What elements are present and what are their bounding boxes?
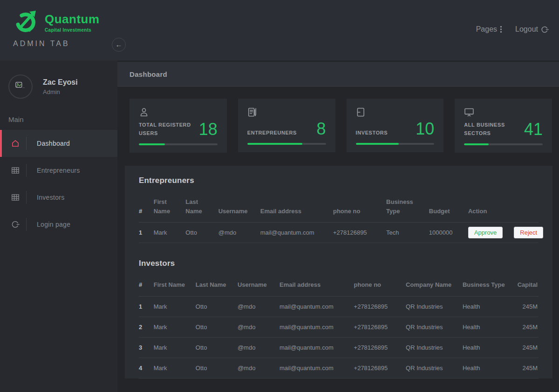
cell-company: QR Industries [406,317,463,337]
cell-username: @mdo [238,358,280,378]
cell-email: mail@quantum.com [280,296,354,317]
brand: Quantum Capital Investments [14,8,100,36]
cell-company: QR Industries [406,358,463,378]
stat-value: 41 [524,122,543,137]
cell-username: @mdo [238,337,280,358]
cell-budget: 1000000 [429,223,468,243]
cell-row-number: 2 [139,317,154,337]
column-header: Budget [429,195,468,223]
column-header: First Name [154,195,186,223]
sidebar-item-dashboard[interactable]: Dashboard [0,130,117,157]
column-header: First Name [154,277,196,296]
progress-fill [464,143,488,145]
stat-card-entrepreneurs: ENTREPREUNERS 8 [238,99,335,152]
table-icon [11,166,20,175]
stat-label: TOTAL REGISTERD USERS [139,121,194,137]
tables-panel: Entrepreuners # First Name Last Name Use… [125,166,552,378]
cell-first-name: Mark [154,296,196,317]
column-header: # [139,277,154,296]
stat-label: ENTREPREUNERS [247,129,297,137]
breadcrumb: Dashboard [130,70,167,78]
cell-capital: 245M [514,337,539,358]
cell-username: @mdo [238,317,280,337]
table-header-row: # First Name Last Name Username Email ad… [139,277,539,296]
cell-phone: +278126895 [354,296,406,317]
entrepreneurs-table: # First Name Last Name Username Email ad… [139,195,539,243]
table-row: 3 Mark Otto @mdo mail@quantum.com +27812… [139,337,539,358]
journal-icon [356,107,435,117]
column-header: phone no [333,195,386,223]
cell-phone: +278126895 [354,337,406,358]
quantum-logo-icon [14,8,38,36]
power-icon [541,26,549,34]
avatar: ... [8,74,33,99]
stat-label: ALL BUSINESS SECTORS [464,121,519,137]
sidebar-item-label: Dashboard [37,140,70,147]
progress-fill [139,143,165,145]
sidebar-collapse-button[interactable]: ← [112,38,126,52]
table-row: 1 Mark Otto @mdo mail@quantum.com +27812… [139,296,539,317]
stat-card-business-sectors: ALL BUSINESS SECTORS 41 [455,99,552,153]
stat-value: 8 [316,121,326,137]
sidebar-item-label: Login page [37,221,70,228]
sidebar-item-entrepreneurs[interactable]: Entrepreneurs [0,157,117,184]
sidebar-item-label: Investors [37,194,65,201]
sidebar-item-login-page[interactable]: Login page [0,211,117,238]
user-role: Admin [43,88,78,95]
cell-last-name: Otto [196,317,238,337]
entrepreneurs-section-title: Entrepreuners [139,176,539,185]
sidebar-item-investors[interactable]: Investors [0,184,117,211]
svg-text:...: ... [22,85,25,88]
nav-logout-label: Logout [515,25,538,34]
back-arrow-icon: ← [116,41,123,48]
column-header: Business Type [463,277,515,296]
brand-tagline: Capital Investments [45,27,100,33]
cell-last-name: Otto [196,358,238,378]
cell-phone: +278126895 [333,223,386,243]
cell-row-number: 1 [139,223,154,243]
cell-business-type: Health [463,317,515,337]
menu-divider [26,137,27,150]
cell-username: @mdo [218,223,260,243]
cell-company: QR Industries [406,337,463,358]
nav-pages[interactable]: Pages [476,25,502,34]
sidebar-item-label: Entrepreneurs [37,167,80,174]
stat-card-total-users: TOTAL REGISTERD USERS 18 [130,99,227,153]
cell-company: QR Industries [406,296,463,317]
cell-last-name: Otto [196,296,238,317]
cell-row-number: 3 [139,337,154,358]
reject-button[interactable]: Reject [514,227,543,238]
cell-username: @mdo [238,296,280,317]
kebab-menu-icon [500,26,502,33]
progress-fill [356,143,399,145]
stat-label: INVESTORS [356,129,388,137]
column-header: phone no [354,277,406,296]
display-icon [464,107,543,117]
cell-first-name: Mark [154,223,186,243]
menu-divider [26,191,27,204]
column-header: Email address [280,277,354,296]
column-header: Username [218,195,260,223]
table-row: 1 Mark Otto @mdo mail@quantum.com +27812… [139,223,539,243]
nav-logout[interactable]: Logout [515,25,549,34]
cell-row-number: 1 [139,296,154,317]
cell-first-name: Mark [154,337,196,358]
approve-button[interactable]: Approve [468,227,503,238]
column-header: # [139,195,154,223]
menu-divider [26,218,27,231]
cell-capital: 245M [514,317,539,337]
stat-card-investors: INVESTORS 10 [347,99,444,152]
cell-phone: +278126895 [354,358,406,378]
power-icon [11,220,20,229]
app-header: Quantum Capital Investments ADMIN TAB ← … [0,0,559,61]
cell-email: mail@quantum.com [260,223,333,243]
column-header: Capital [514,277,539,296]
cell-row-number: 4 [139,358,154,378]
cell-phone: +278126895 [354,317,406,337]
table-header-row: # First Name Last Name Username Email ad… [139,195,539,223]
cell-business-type: Health [463,358,515,378]
column-header: Username [238,277,280,296]
menu-divider [26,164,27,177]
nav-pages-label: Pages [476,25,497,34]
table-icon [11,193,20,202]
